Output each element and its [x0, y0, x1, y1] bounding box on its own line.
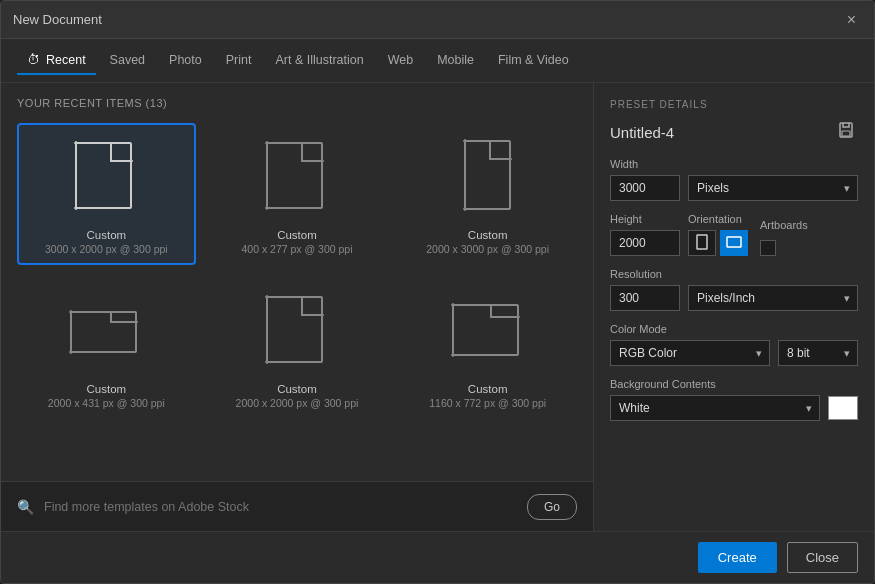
resolution-input[interactable] [610, 285, 680, 311]
item-size: 2000 x 431 px @ 300 ppi [48, 397, 165, 409]
width-unit-select[interactable]: Pixels Inches Centimeters Millimeters [688, 175, 858, 201]
preset-name: Untitled-4 [610, 124, 674, 141]
recent-icon: ⏱ [27, 52, 40, 67]
landscape-button[interactable] [720, 230, 748, 256]
item-name: Custom [468, 229, 508, 241]
create-button[interactable]: Create [698, 542, 777, 573]
list-item[interactable]: Custom 400 x 277 px @ 300 ppi [208, 123, 387, 265]
item-name: Custom [87, 229, 127, 241]
item-name: Custom [468, 383, 508, 395]
tab-art-label: Art & Illustration [275, 53, 363, 67]
recent-header: YOUR RECENT ITEMS (13) [1, 83, 593, 119]
width-label: Width [610, 158, 858, 170]
recent-header-text: YOUR RECENT ITEMS (13) [17, 97, 167, 109]
list-item[interactable]: Custom 2000 x 3000 px @ 300 ppi [398, 123, 577, 265]
height-input[interactable] [610, 230, 680, 256]
document-icon [252, 133, 342, 223]
preset-name-row: Untitled-4 [610, 120, 858, 144]
document-icon [252, 287, 342, 377]
grid-scroll[interactable]: Custom 3000 x 2000 px @ 300 ppi [1, 119, 593, 481]
resolution-label: Resolution [610, 268, 858, 280]
go-button[interactable]: Go [527, 494, 577, 520]
resolution-unit-select[interactable]: Pixels/Inch Pixels/Centimeter [688, 285, 858, 311]
artboards-label: Artboards [760, 219, 808, 231]
svg-rect-0 [76, 143, 131, 208]
width-unit-wrapper: Pixels Inches Centimeters Millimeters [688, 175, 858, 201]
tab-film-label: Film & Video [498, 53, 569, 67]
save-icon [838, 122, 854, 138]
svg-rect-45 [727, 237, 741, 247]
svg-rect-21 [71, 312, 136, 352]
bg-select-wrapper: White Black Background Color Transparent… [610, 395, 820, 421]
portrait-button[interactable] [688, 230, 716, 256]
bg-select[interactable]: White Black Background Color Transparent… [610, 395, 820, 421]
close-button[interactable]: Close [787, 542, 858, 573]
tab-photo[interactable]: Photo [159, 47, 212, 75]
item-name: Custom [87, 383, 127, 395]
bottom-buttons: Create Close [1, 531, 874, 583]
color-mode-wrapper: RGB Color CMYK Color Grayscale Lab Color… [610, 340, 770, 366]
tab-art[interactable]: Art & Illustration [265, 47, 373, 75]
search-bar: 🔍 Go [1, 481, 593, 531]
width-input[interactable] [610, 175, 680, 201]
document-icon [443, 287, 533, 377]
tab-mobile[interactable]: Mobile [427, 47, 484, 75]
bg-color-swatch[interactable] [828, 396, 858, 420]
width-row: Pixels Inches Centimeters Millimeters [610, 175, 858, 201]
tab-saved-label: Saved [110, 53, 145, 67]
right-panel: PRESET DETAILS Untitled-4 Width Pixel [594, 83, 874, 531]
content-area: YOUR RECENT ITEMS (13) [1, 83, 874, 531]
tab-recent[interactable]: ⏱ Recent [17, 46, 96, 75]
close-x-button[interactable]: × [841, 10, 862, 30]
bg-row: White Black Background Color Transparent… [610, 395, 858, 421]
tab-mobile-label: Mobile [437, 53, 474, 67]
items-grid: Custom 3000 x 2000 px @ 300 ppi [17, 123, 577, 419]
bg-label: Background Contents [610, 378, 858, 390]
item-name: Custom [277, 383, 317, 395]
height-label: Height [610, 213, 680, 225]
tab-print-label: Print [226, 53, 252, 67]
tab-film[interactable]: Film & Video [488, 47, 579, 75]
search-input[interactable] [44, 500, 517, 514]
artboards-checkbox[interactable] [760, 240, 776, 256]
tab-saved[interactable]: Saved [100, 47, 155, 75]
color-mode-label: Color Mode [610, 323, 858, 335]
orientation-buttons [688, 230, 748, 256]
tab-print[interactable]: Print [216, 47, 262, 75]
preset-section-label: PRESET DETAILS [610, 99, 858, 110]
orientation-label: Orientation [688, 213, 748, 225]
title-bar: New Document × [1, 1, 874, 39]
tab-recent-label: Recent [46, 53, 86, 67]
tabs-bar: ⏱ Recent Saved Photo Print Art & Illustr… [1, 39, 874, 83]
save-preset-button[interactable] [834, 120, 858, 144]
dialog-title: New Document [13, 12, 102, 27]
document-icon [61, 287, 151, 377]
tab-web[interactable]: Web [378, 47, 423, 75]
svg-rect-14 [465, 141, 510, 209]
search-icon: 🔍 [17, 499, 34, 515]
list-item[interactable]: Custom 1160 x 772 px @ 300 ppi [398, 277, 577, 419]
left-panel: YOUR RECENT ITEMS (13) [1, 83, 594, 531]
document-icon [443, 133, 533, 223]
list-item[interactable]: Custom 3000 x 2000 px @ 300 ppi [17, 123, 196, 265]
bit-depth-wrapper: 8 bit 16 bit 32 bit [778, 340, 858, 366]
item-size: 2000 x 2000 px @ 300 ppi [236, 397, 359, 409]
document-icon [61, 133, 151, 223]
tab-photo-label: Photo [169, 53, 202, 67]
bit-depth-select[interactable]: 8 bit 16 bit 32 bit [778, 340, 858, 366]
item-size: 1160 x 772 px @ 300 ppi [429, 397, 546, 409]
item-name: Custom [277, 229, 317, 241]
svg-rect-43 [842, 131, 850, 136]
new-document-dialog: New Document × ⏱ Recent Saved Photo Prin… [0, 0, 875, 584]
resolution-row: Pixels/Inch Pixels/Centimeter [610, 285, 858, 311]
portrait-icon [696, 234, 708, 253]
color-mode-select[interactable]: RGB Color CMYK Color Grayscale Lab Color… [610, 340, 770, 366]
svg-rect-7 [267, 143, 322, 208]
resolution-unit-wrapper: Pixels/Inch Pixels/Centimeter [688, 285, 858, 311]
list-item[interactable]: Custom 2000 x 431 px @ 300 ppi [17, 277, 196, 419]
svg-rect-28 [267, 297, 322, 362]
list-item[interactable]: Custom 2000 x 2000 px @ 300 ppi [208, 277, 387, 419]
svg-rect-44 [697, 235, 707, 249]
tab-web-label: Web [388, 53, 413, 67]
item-size: 400 x 277 px @ 300 ppi [241, 243, 352, 255]
